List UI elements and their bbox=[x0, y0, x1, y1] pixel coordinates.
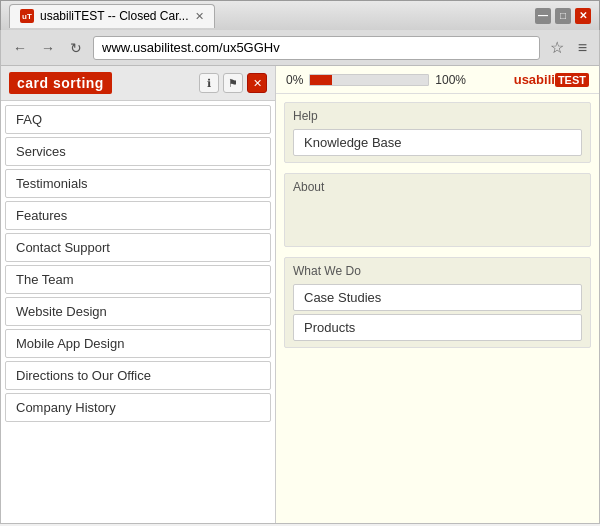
brand-logo: usabiliTEST bbox=[514, 72, 589, 87]
progress-fill bbox=[310, 75, 331, 85]
close-action-icon[interactable]: ✕ bbox=[247, 73, 267, 93]
card-item[interactable]: Company History bbox=[5, 393, 271, 422]
close-button[interactable]: ✕ bbox=[575, 8, 591, 24]
left-header: card sorting ℹ ⚑ ✕ bbox=[1, 66, 275, 101]
card-item[interactable]: Mobile App Design bbox=[5, 329, 271, 358]
header-icons: ℹ ⚑ ✕ bbox=[199, 73, 267, 93]
card-item[interactable]: Features bbox=[5, 201, 271, 230]
category-cards-about bbox=[293, 200, 582, 240]
tab-close-icon[interactable]: ✕ bbox=[195, 10, 204, 23]
left-panel: card sorting ℹ ⚑ ✕ FAQServicesTestimonia… bbox=[1, 66, 276, 523]
progress-end-label: 100% bbox=[435, 73, 466, 87]
maximize-button[interactable]: □ bbox=[555, 8, 571, 24]
bookmark-icon[interactable]: ☆ bbox=[546, 36, 568, 59]
category-box-what-we-do[interactable]: What We DoCase StudiesProducts bbox=[284, 257, 591, 348]
info-icon[interactable]: ℹ bbox=[199, 73, 219, 93]
browser-toolbar: ← → ↻ www.usabilitest.com/ux5GGHv ☆ ≡ bbox=[0, 30, 600, 66]
progress-track bbox=[309, 74, 429, 86]
category-title-what-we-do: What We Do bbox=[293, 264, 582, 278]
menu-icon[interactable]: ≡ bbox=[574, 37, 591, 59]
card-item[interactable]: Testimonials bbox=[5, 169, 271, 198]
progress-start-label: 0% bbox=[286, 73, 303, 87]
card-list: FAQServicesTestimonialsFeaturesContact S… bbox=[1, 101, 275, 523]
tab-favicon: uT bbox=[20, 9, 34, 23]
reload-button[interactable]: ↻ bbox=[65, 37, 87, 59]
card-item[interactable]: Services bbox=[5, 137, 271, 166]
window-chrome: uT usabiliTEST -- Closed Car... ✕ — □ ✕ bbox=[0, 0, 600, 30]
categories-area[interactable]: HelpKnowledge BaseAboutWhat We DoCase St… bbox=[276, 94, 599, 523]
window-controls: — □ ✕ bbox=[535, 8, 591, 24]
category-title-help: Help bbox=[293, 109, 582, 123]
right-panel: 0% 100% usabiliTEST HelpKnowledge BaseAb… bbox=[276, 66, 599, 523]
app-content: card sorting ℹ ⚑ ✕ FAQServicesTestimonia… bbox=[0, 66, 600, 524]
address-bar[interactable]: www.usabilitest.com/ux5GGHv bbox=[93, 36, 540, 60]
progress-area: 0% 100% usabiliTEST bbox=[276, 66, 599, 94]
card-item[interactable]: The Team bbox=[5, 265, 271, 294]
category-cards-help: Knowledge Base bbox=[293, 129, 582, 156]
browser-tab[interactable]: uT usabiliTEST -- Closed Car... ✕ bbox=[9, 4, 215, 28]
url-text: www.usabilitest.com/ux5GGHv bbox=[102, 40, 280, 55]
back-button[interactable]: ← bbox=[9, 37, 31, 59]
category-box-about[interactable]: About bbox=[284, 173, 591, 247]
card-item[interactable]: Website Design bbox=[5, 297, 271, 326]
category-card[interactable]: Knowledge Base bbox=[293, 129, 582, 156]
card-sorting-badge: card sorting bbox=[9, 72, 112, 94]
brand-accent: TEST bbox=[555, 73, 589, 87]
category-cards-what-we-do: Case StudiesProducts bbox=[293, 284, 582, 341]
tab-bar: uT usabiliTEST -- Closed Car... ✕ bbox=[9, 4, 529, 28]
card-item[interactable]: FAQ bbox=[5, 105, 271, 134]
category-box-help[interactable]: HelpKnowledge Base bbox=[284, 102, 591, 163]
flag-icon[interactable]: ⚑ bbox=[223, 73, 243, 93]
card-item[interactable]: Directions to Our Office bbox=[5, 361, 271, 390]
forward-button[interactable]: → bbox=[37, 37, 59, 59]
category-title-about: About bbox=[293, 180, 582, 194]
category-card[interactable]: Case Studies bbox=[293, 284, 582, 311]
minimize-button[interactable]: — bbox=[535, 8, 551, 24]
card-item[interactable]: Contact Support bbox=[5, 233, 271, 262]
tab-title: usabiliTEST -- Closed Car... bbox=[40, 9, 189, 23]
category-card[interactable]: Products bbox=[293, 314, 582, 341]
